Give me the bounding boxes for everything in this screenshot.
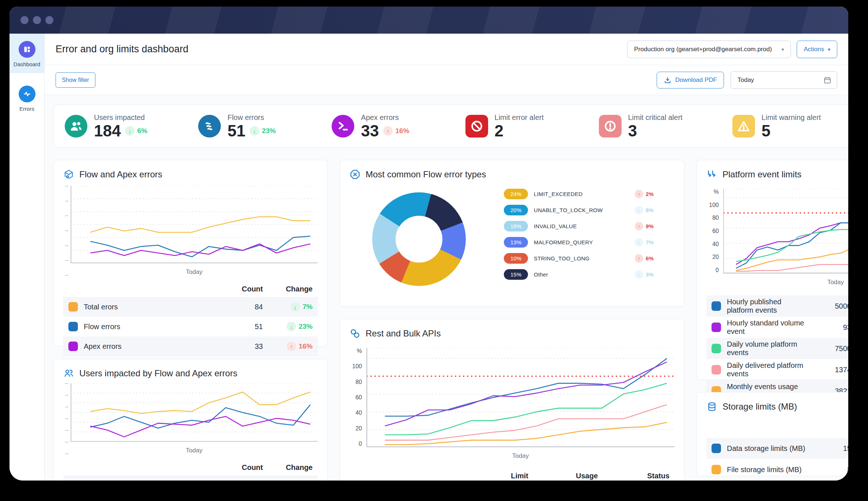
change-indicator: ↓3% [635,270,675,279]
download-icon [664,76,672,84]
y-tick-mark [65,453,68,454]
window-dot-icon[interactable] [20,16,29,24]
ban-icon [465,115,488,138]
traffic-light-dots [20,7,53,34]
toolbar-right: Download PDF Today [657,71,837,89]
screenshot-canvas: DashboardErrors Error and org limits das… [0,0,868,501]
actions-button[interactable]: Actions ▾ [797,41,837,58]
stat-value: 184 [94,123,121,139]
users-icon [63,368,74,379]
window-dot-icon[interactable] [33,16,41,24]
y-tick-label: 100 [709,202,719,208]
y-tick-mark [65,230,68,231]
legend-item: 20%UNABLE_TO_LOCK_ROW↓8% [504,205,675,215]
show-filter-button[interactable]: Show filter [56,72,95,88]
row-label-text: File storage limits (MB) [727,466,801,474]
stat-label: Users impacted [94,113,147,122]
y-tick-label: 40 [712,241,719,248]
y-tick-label: % [714,189,719,195]
y-tick-label: 80 [355,379,362,385]
y-axis-ticks [63,383,71,454]
card-title: Most common Flow error types [366,169,486,180]
y-tick-label: 60 [712,228,719,234]
change-indicator: ↓8% [635,206,675,214]
series-color-swatch [68,342,78,351]
series-color-swatch [68,322,78,331]
sidebar-item-errors[interactable]: Errors [10,78,44,118]
legend-percent-pill: 18% [504,221,528,231]
alert-triangle-icon [732,115,755,138]
arrow-up-icon: ↑ [635,190,643,198]
storage-limits-card: Storage limits (MB) Data storage limits … [697,392,848,476]
change-indicator: ↑6% [635,254,675,263]
change-indicator: ↑9% [635,222,675,230]
y-tick-mark [65,275,68,276]
column-header-change: Change [263,463,318,472]
users-icon [65,115,87,138]
users-impacted-chart [71,383,318,442]
table-row: Daily volume platform events7500 [706,338,848,359]
table-row: File storage limits (MB)8 [706,459,848,480]
stat-value: 51 [227,123,245,139]
change-value: 7% [646,239,654,245]
box-info-icon: ! [63,169,74,180]
stat-value-row: 51↓23% [227,123,276,139]
value-cell: 5000 [807,302,848,310]
change-cell: ↓23% [263,322,318,331]
apex-icon [332,115,354,138]
change-value: 8% [646,207,654,213]
value-cell: 93 [807,323,848,332]
legend-item: 13%MALFORMED_QUERY↓7% [504,237,675,248]
org-selector[interactable]: Production org (gearset+prod@gearset.com… [627,41,791,58]
change-indicator: ↓6% [125,126,147,136]
legend-item: 18%INVALID_VALUE↑9% [504,221,675,231]
y-tick-mark [65,407,68,407]
flow-apex-errors-card: ! Flow and Apex errors Today [53,160,328,347]
app-body: DashboardErrors Error and org limits das… [10,34,848,481]
row-label: Daily volume platform events [706,340,807,357]
window-dot-icon[interactable] [45,16,53,24]
row-label-text: Data storage limits (MB) [727,444,805,453]
legend-label: Other [534,271,629,278]
card-title: Users impacted by Flow and Apex errors [79,368,237,378]
arrow-down-icon: ↓ [125,126,135,136]
column-header-count: Count [223,285,263,293]
date-range-value: Today [737,76,754,84]
legend-percent-pill: 13% [504,237,528,248]
rest-bulk-apis-chart [366,348,675,447]
sidebar-item-dashboard[interactable]: Dashboard [10,34,44,73]
stat-value-row: 3 [628,123,683,139]
row-label: Total erors [63,302,223,312]
row-label: Data storage limits (MB) [706,444,807,453]
change-indicator: ↑16% [287,342,313,351]
change-value: 3% [646,271,654,278]
y-tick-label: 20 [355,425,362,432]
pulse-icon [19,86,35,102]
table-row: Daily delivered platform events1374 [706,359,848,380]
y-tick-label: 60 [355,394,362,401]
flow-apex-table: Count Change Total erors84↓7%Flow errors… [63,281,318,356]
stat-value: 5 [762,123,770,139]
chevron-down-icon: ▾ [828,46,830,52]
stat-text: Limit warning alert5 [762,113,821,139]
stat-text: Limit error alert2 [495,113,544,139]
flow-icon [198,115,221,138]
series-color-swatch [712,301,721,311]
series-color-swatch [712,444,721,453]
stat-text: Limit critical alert3 [628,113,683,139]
download-pdf-button[interactable]: Download PDF [657,72,724,88]
change-value: 9% [646,223,654,229]
date-range-picker[interactable]: Today [731,71,837,89]
stat-label: Flow errors [227,113,276,122]
app-window: DashboardErrors Error and org limits das… [10,7,848,481]
arrow-up-icon: ↑ [635,222,643,230]
table-row: Hourly standard volume event93 [706,317,848,338]
table-row: Data storage limits (MB)15 [706,438,848,459]
stat-item: Flow errors51↓23% [190,113,324,139]
legend-percent-pill: 10% [504,253,528,264]
row-label: Daily delivered platform events [706,361,807,378]
card-title: Rest and Bulk APIs [366,328,441,339]
stat-label: Limit critical alert [628,113,683,122]
table-row: Total users impacted184↓6% [63,475,318,481]
y-tick-mark [65,260,68,261]
